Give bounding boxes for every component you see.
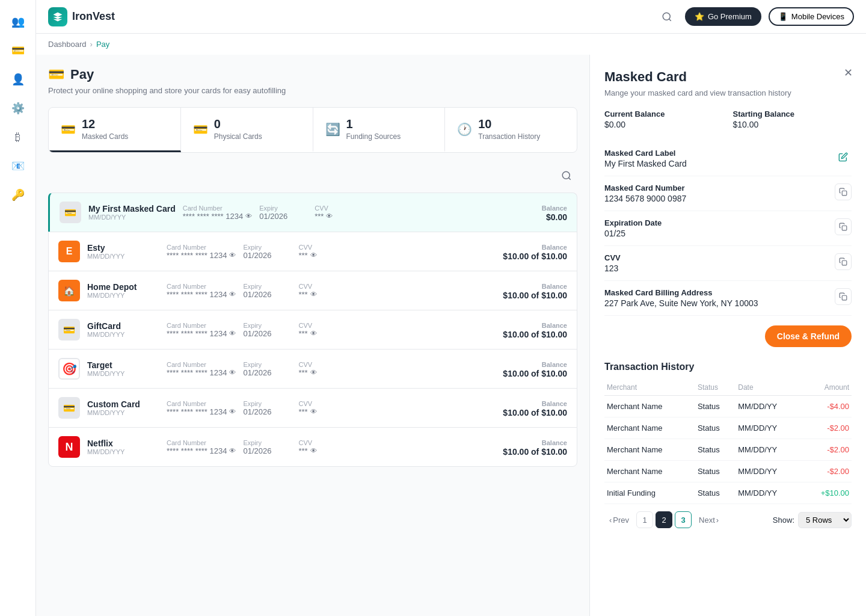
stat-masked-cards[interactable]: 💳 12 Masked Cards <box>49 108 181 152</box>
close-panel-button[interactable]: ✕ <box>840 64 856 81</box>
tx-status: Status <box>695 461 735 482</box>
prev-page-button[interactable]: ‹ Prev <box>604 513 634 527</box>
close-refund-container: Close & Refund <box>604 316 852 357</box>
cvv-eye-icon[interactable]: 👁 <box>310 291 317 298</box>
billing-address-content: Masked Card Billing Address 227 Park Ave… <box>604 288 758 308</box>
card-row[interactable]: N Netflix MM/DD/YYY Card Number **** ***… <box>48 427 577 467</box>
cvv-eye-icon[interactable]: 👁 <box>310 408 317 415</box>
sidebar-item-settings[interactable]: ⚙️ <box>6 96 30 120</box>
table-row: Initial Funding Status MM/DD/YY +$10.00 <box>604 482 852 504</box>
mobile-devices-button[interactable]: 📱 Mobile Devices <box>769 7 854 26</box>
eye-icon[interactable]: 👁 <box>229 291 236 298</box>
svg-marker-0 <box>54 12 63 17</box>
card-row[interactable]: 💳 Custom Card MM/DD/YYY Card Number ****… <box>48 388 577 427</box>
pay-panel: 💳 Pay Protect your online shopping and s… <box>36 55 589 616</box>
cvv-eye-icon[interactable]: 👁 <box>310 330 317 337</box>
table-row: Merchant Name Status MM/DD/YY -$2.00 <box>604 461 852 482</box>
card-logo: 🏠 <box>58 280 80 301</box>
close-refund-button[interactable]: Close & Refund <box>765 325 852 347</box>
card-row[interactable]: 🎯 Target MM/DD/YYY Card Number **** ****… <box>48 349 577 388</box>
current-balance-value: $0.00 <box>604 120 723 129</box>
cvv-label: CVV <box>298 322 346 329</box>
card-number-content: Masked Card Number 1234 5678 9000 0987 <box>604 183 686 203</box>
page-1-button[interactable]: 1 <box>636 511 653 528</box>
sidebar-item-keys[interactable]: 🔑 <box>6 183 30 207</box>
card-search-bar <box>48 165 577 186</box>
go-premium-button[interactable]: ⭐ Go Premium <box>685 7 761 26</box>
balance-grid: Current Balance $0.00 Starting Balance $… <box>604 109 852 129</box>
table-row: Merchant Name Status MM/DD/YY -$2.00 <box>604 417 852 439</box>
expiry-value: 01/2026 <box>243 446 291 455</box>
card-balance: Balance $10.00 of $10.00 <box>503 281 567 300</box>
expiry-field: Expiry 01/2026 <box>243 439 291 455</box>
search-button[interactable] <box>656 6 678 28</box>
card-number-value: **** **** **** 1234 👁 <box>183 212 252 221</box>
card-search-button[interactable] <box>556 165 577 186</box>
card-number-value: 1234 5678 9000 0987 <box>604 194 686 203</box>
copy-expiry-button[interactable] <box>835 218 852 235</box>
card-balance: Balance $10.00 of $10.00 <box>503 437 567 457</box>
app-name: IronVest <box>72 10 115 23</box>
physical-cards-label: Physical Cards <box>214 132 262 141</box>
cvv-label: CVV <box>298 244 346 251</box>
card-number-value: **** **** **** 1234 👁 <box>167 290 236 299</box>
card-balance: Balance $10.00 of $10.00 <box>503 320 567 339</box>
balance-value: $10.00 of $10.00 <box>503 408 567 417</box>
edit-card-label-button[interactable] <box>835 149 852 165</box>
next-page-button[interactable]: Next › <box>694 513 723 527</box>
stat-physical-cards[interactable]: 💳 0 Physical Cards <box>181 108 313 152</box>
cvv-eye-icon[interactable]: 👁 <box>326 212 333 220</box>
breadcrumb: Dashboard › Pay <box>36 34 866 55</box>
copy-billing-address-button[interactable] <box>835 288 852 305</box>
funding-sources-label: Funding Sources <box>346 132 401 141</box>
eye-icon[interactable]: 👁 <box>229 408 236 415</box>
page-3-button[interactable]: 3 <box>675 511 692 528</box>
copy-cvv-button[interactable] <box>835 253 852 270</box>
sidebar-item-users[interactable]: 👥 <box>6 10 30 34</box>
card-row[interactable]: 💳 GiftCard MM/DD/YYY Card Number **** **… <box>48 310 577 349</box>
copy-card-number-button[interactable] <box>835 183 852 200</box>
sidebar-item-profile[interactable]: 👤 <box>6 67 30 91</box>
sidebar-item-crypto[interactable]: ₿ <box>6 125 30 149</box>
cvv-label: CVV <box>298 400 346 407</box>
card-number-field: Card Number **** **** **** 1234 👁 <box>167 322 236 338</box>
cvv-eye-icon[interactable]: 👁 <box>310 447 317 454</box>
eye-icon[interactable]: 👁 <box>245 212 252 220</box>
tx-merchant: Merchant Name <box>604 396 695 417</box>
balance-value: $10.00 of $10.00 <box>503 369 567 378</box>
eye-icon[interactable]: 👁 <box>229 369 236 376</box>
main-wrapper: IronVest ⭐ Go Premium 📱 Mobile Devices D… <box>36 0 866 616</box>
eye-icon[interactable]: 👁 <box>229 251 236 259</box>
expiry-label: Expiry <box>243 400 291 407</box>
expiry-value: 01/25 <box>604 229 662 238</box>
rows-select[interactable]: 5 Rows 10 Rows 25 Rows <box>798 512 852 528</box>
eye-icon[interactable]: 👁 <box>229 330 236 337</box>
cvv-eye-icon[interactable]: 👁 <box>310 251 317 259</box>
cvv-value: *** 👁 <box>298 407 346 416</box>
pagination-controls: ‹ Prev 1 2 3 Next › <box>604 511 723 528</box>
sidebar-item-email[interactable]: 📧 <box>6 154 30 178</box>
stat-funding-sources[interactable]: 🔄 1 Funding Sources <box>313 108 446 152</box>
sidebar-item-cards[interactable]: 💳 <box>6 38 30 63</box>
card-date: MM/DD/YYY <box>88 214 176 221</box>
cvv-value: *** 👁 <box>298 446 346 455</box>
stat-transaction-history[interactable]: 🕐 10 Transaction History <box>445 108 577 152</box>
svg-line-4 <box>568 177 570 179</box>
breadcrumb-home[interactable]: Dashboard <box>48 40 87 49</box>
balance-label: Balance <box>542 361 567 368</box>
card-row[interactable]: E Esty MM/DD/YYY Card Number **** **** *… <box>48 232 577 271</box>
card-row[interactable]: 💳 My First Masked Card MM/DD/YYY Card Nu… <box>48 192 577 232</box>
card-row[interactable]: 🏠 Home Depot MM/DD/YYY Card Number **** … <box>48 271 577 310</box>
card-date: MM/DD/YYY <box>87 292 159 299</box>
expiry-label: Expiry <box>243 322 291 329</box>
expiry-content: Expiration Date 01/25 <box>604 218 662 238</box>
table-row: Merchant Name Status MM/DD/YY -$2.00 <box>604 439 852 461</box>
card-list: 💳 My First Masked Card MM/DD/YYY Card Nu… <box>48 192 577 467</box>
page-2-button[interactable]: 2 <box>656 511 672 528</box>
cvv-eye-icon[interactable]: 👁 <box>310 369 317 376</box>
eye-icon[interactable]: 👁 <box>229 447 236 454</box>
card-label-content: Masked Card Label My First Masked Card <box>604 149 687 168</box>
svg-rect-5 <box>842 191 847 196</box>
expiry-row: Expiration Date 01/25 <box>604 211 852 246</box>
cvv-content: CVV 123 <box>604 253 621 273</box>
